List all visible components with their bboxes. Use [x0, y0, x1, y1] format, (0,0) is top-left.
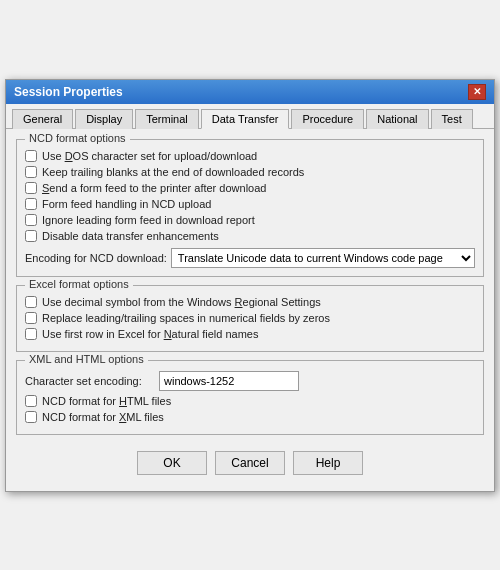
checkbox-form-feed-printer-input[interactable]: [25, 182, 37, 194]
checkbox-ignore-leading-label: Ignore leading form feed in download rep…: [42, 214, 255, 226]
tab-test[interactable]: Test: [431, 109, 473, 129]
checkbox-trailing-blanks-input[interactable]: [25, 166, 37, 178]
tab-data-transfer[interactable]: Data Transfer: [201, 109, 290, 129]
checkbox-html: NCD format for HTML files: [25, 395, 475, 407]
encoding-select[interactable]: Translate Unicode data to current Window…: [171, 248, 475, 268]
ok-button[interactable]: OK: [137, 451, 207, 475]
checkbox-ignore-leading-input[interactable]: [25, 214, 37, 226]
checkbox-decimal-label: Use decimal symbol from the Windows Regi…: [42, 296, 321, 308]
checkbox-decimal: Use decimal symbol from the Windows Regi…: [25, 296, 475, 308]
xml-group: XML and HTML options Character set encod…: [16, 360, 484, 435]
checkbox-dos-input[interactable]: [25, 150, 37, 162]
checkbox-disable-enhancements: Disable data transfer enhancements: [25, 230, 475, 242]
tab-content: NCD format options Use DOS character set…: [6, 129, 494, 491]
tab-general[interactable]: General: [12, 109, 73, 129]
checkbox-form-feed-ncd-label: Form feed handling in NCD upload: [42, 198, 211, 210]
excel-group-label: Excel format options: [25, 278, 133, 290]
checkbox-form-feed-ncd: Form feed handling in NCD upload: [25, 198, 475, 210]
checkbox-dos: Use DOS character set for upload/downloa…: [25, 150, 475, 162]
button-row: OK Cancel Help: [16, 443, 484, 481]
checkbox-replace-spaces-label: Replace leading/trailing spaces in numer…: [42, 312, 330, 324]
title-bar-buttons: ✕: [468, 84, 486, 100]
session-properties-window: Session Properties ✕ General Display Ter…: [5, 79, 495, 492]
close-button[interactable]: ✕: [468, 84, 486, 100]
checkbox-first-row: Use first row in Excel for Natural field…: [25, 328, 475, 340]
checkbox-trailing-blanks: Keep trailing blanks at the end of downl…: [25, 166, 475, 178]
help-button[interactable]: Help: [293, 451, 363, 475]
checkbox-ignore-leading: Ignore leading form feed in download rep…: [25, 214, 475, 226]
checkbox-first-row-input[interactable]: [25, 328, 37, 340]
xml-group-label: XML and HTML options: [25, 353, 148, 365]
checkbox-decimal-input[interactable]: [25, 296, 37, 308]
checkbox-form-feed-printer: Send a form feed to the printer after do…: [25, 182, 475, 194]
char-encoding-row: Character set encoding:: [25, 371, 475, 391]
char-encoding-input[interactable]: [159, 371, 299, 391]
window-title: Session Properties: [14, 85, 123, 99]
char-encoding-label: Character set encoding:: [25, 375, 155, 387]
checkbox-xml-label: NCD format for XML files: [42, 411, 164, 423]
tab-terminal[interactable]: Terminal: [135, 109, 199, 129]
tab-national[interactable]: National: [366, 109, 428, 129]
checkbox-html-label: NCD format for HTML files: [42, 395, 171, 407]
ncd-group-label: NCD format options: [25, 132, 130, 144]
checkbox-html-input[interactable]: [25, 395, 37, 407]
checkbox-form-feed-ncd-input[interactable]: [25, 198, 37, 210]
checkbox-replace-spaces: Replace leading/trailing spaces in numer…: [25, 312, 475, 324]
checkbox-disable-enhancements-input[interactable]: [25, 230, 37, 242]
excel-group: Excel format options Use decimal symbol …: [16, 285, 484, 352]
checkbox-replace-spaces-input[interactable]: [25, 312, 37, 324]
checkbox-dos-label: Use DOS character set for upload/downloa…: [42, 150, 257, 162]
encoding-row: Encoding for NCD download: Translate Uni…: [25, 248, 475, 268]
checkbox-first-row-label: Use first row in Excel for Natural field…: [42, 328, 258, 340]
ncd-group: NCD format options Use DOS character set…: [16, 139, 484, 277]
tab-bar: General Display Terminal Data Transfer P…: [6, 104, 494, 129]
checkbox-trailing-blanks-label: Keep trailing blanks at the end of downl…: [42, 166, 304, 178]
checkbox-form-feed-printer-label: Send a form feed to the printer after do…: [42, 182, 266, 194]
checkbox-xml-input[interactable]: [25, 411, 37, 423]
checkbox-xml: NCD format for XML files: [25, 411, 475, 423]
title-bar: Session Properties ✕: [6, 80, 494, 104]
tab-procedure[interactable]: Procedure: [291, 109, 364, 129]
checkbox-disable-enhancements-label: Disable data transfer enhancements: [42, 230, 219, 242]
cancel-button[interactable]: Cancel: [215, 451, 285, 475]
tab-display[interactable]: Display: [75, 109, 133, 129]
encoding-label: Encoding for NCD download:: [25, 252, 167, 264]
